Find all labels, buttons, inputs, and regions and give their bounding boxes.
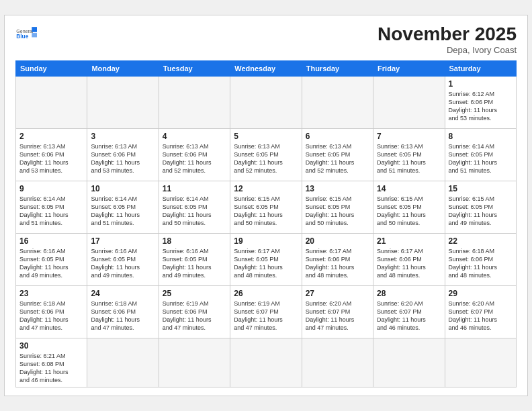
day-info: Sunrise: 6:20 AM Sunset: 6:07 PM Dayligh… bbox=[377, 300, 441, 332]
table-row: 26Sunrise: 6:19 AM Sunset: 6:07 PM Dayli… bbox=[230, 285, 302, 338]
day-info: Sunrise: 6:21 AM Sunset: 6:08 PM Dayligh… bbox=[19, 352, 83, 385]
table-row: 14Sunrise: 6:15 AM Sunset: 6:05 PM Dayli… bbox=[373, 181, 445, 233]
calendar-header: General Blue November 2025 Depa, Ivory C… bbox=[15, 24, 517, 55]
table-row bbox=[302, 76, 373, 128]
table-row bbox=[373, 76, 445, 128]
day-number: 4 bbox=[163, 132, 226, 141]
header-sunday: Sunday bbox=[16, 60, 87, 76]
svg-text:Blue: Blue bbox=[16, 33, 28, 40]
day-number: 21 bbox=[377, 236, 441, 246]
day-number: 6 bbox=[306, 132, 369, 141]
day-number: 14 bbox=[377, 184, 441, 193]
day-info: Sunrise: 6:17 AM Sunset: 6:06 PM Dayligh… bbox=[377, 247, 441, 280]
day-number: 3 bbox=[91, 132, 154, 141]
day-number: 22 bbox=[449, 236, 513, 246]
day-number: 12 bbox=[234, 184, 298, 193]
month-title: November 2025 bbox=[378, 24, 517, 45]
table-row: 2Sunrise: 6:13 AM Sunset: 6:06 PM Daylig… bbox=[16, 128, 87, 181]
day-info: Sunrise: 6:16 AM Sunset: 6:05 PM Dayligh… bbox=[19, 247, 83, 280]
logo: General Blue bbox=[15, 24, 37, 45]
day-number: 16 bbox=[19, 236, 83, 246]
table-row bbox=[445, 338, 516, 387]
day-info: Sunrise: 6:14 AM Sunset: 6:05 PM Dayligh… bbox=[449, 142, 513, 175]
day-info: Sunrise: 6:16 AM Sunset: 6:05 PM Dayligh… bbox=[163, 247, 226, 280]
table-row: 29Sunrise: 6:20 AM Sunset: 6:07 PM Dayli… bbox=[445, 285, 516, 338]
day-info: Sunrise: 6:14 AM Sunset: 6:05 PM Dayligh… bbox=[19, 195, 83, 228]
day-info: Sunrise: 6:19 AM Sunset: 6:07 PM Dayligh… bbox=[234, 300, 298, 332]
table-row: 22Sunrise: 6:18 AM Sunset: 6:06 PM Dayli… bbox=[445, 233, 516, 285]
day-number: 15 bbox=[449, 184, 513, 193]
day-info: Sunrise: 6:18 AM Sunset: 6:06 PM Dayligh… bbox=[19, 300, 83, 332]
day-number: 27 bbox=[306, 289, 369, 298]
day-number: 13 bbox=[306, 184, 369, 193]
table-row: 13Sunrise: 6:15 AM Sunset: 6:05 PM Dayli… bbox=[302, 181, 373, 233]
day-number: 7 bbox=[377, 132, 441, 141]
day-number: 17 bbox=[91, 236, 154, 246]
day-number: 29 bbox=[449, 289, 513, 298]
table-row: 11Sunrise: 6:14 AM Sunset: 6:05 PM Dayli… bbox=[159, 181, 230, 233]
day-info: Sunrise: 6:15 AM Sunset: 6:05 PM Dayligh… bbox=[234, 195, 298, 228]
day-number: 2 bbox=[19, 132, 83, 141]
header-thursday: Thursday bbox=[302, 60, 373, 76]
table-row: 27Sunrise: 6:20 AM Sunset: 6:07 PM Dayli… bbox=[302, 285, 373, 338]
location-subtitle: Depa, Ivory Coast bbox=[378, 45, 517, 55]
table-row bbox=[373, 338, 445, 387]
header-saturday: Saturday bbox=[445, 60, 516, 76]
calendar-grid: Sunday Monday Tuesday Wednesday Thursday… bbox=[15, 60, 517, 388]
day-info: Sunrise: 6:17 AM Sunset: 6:05 PM Dayligh… bbox=[234, 247, 298, 280]
day-number: 25 bbox=[163, 289, 226, 298]
table-row: 7Sunrise: 6:13 AM Sunset: 6:05 PM Daylig… bbox=[373, 128, 445, 181]
table-row: 8Sunrise: 6:14 AM Sunset: 6:05 PM Daylig… bbox=[445, 128, 516, 181]
table-row bbox=[230, 76, 302, 128]
day-info: Sunrise: 6:16 AM Sunset: 6:05 PM Dayligh… bbox=[91, 247, 154, 280]
day-info: Sunrise: 6:14 AM Sunset: 6:05 PM Dayligh… bbox=[163, 195, 226, 228]
header-friday: Friday bbox=[373, 60, 445, 76]
day-info: Sunrise: 6:13 AM Sunset: 6:05 PM Dayligh… bbox=[306, 142, 369, 175]
day-number: 28 bbox=[377, 289, 441, 298]
table-row: 5Sunrise: 6:13 AM Sunset: 6:05 PM Daylig… bbox=[230, 128, 302, 181]
day-info: Sunrise: 6:20 AM Sunset: 6:07 PM Dayligh… bbox=[449, 300, 513, 332]
table-row: 20Sunrise: 6:17 AM Sunset: 6:06 PM Dayli… bbox=[302, 233, 373, 285]
day-number: 8 bbox=[449, 132, 513, 141]
day-number: 24 bbox=[91, 289, 154, 298]
day-number: 19 bbox=[234, 236, 298, 246]
table-row: 18Sunrise: 6:16 AM Sunset: 6:05 PM Dayli… bbox=[159, 233, 230, 285]
day-number: 9 bbox=[19, 184, 83, 193]
day-number: 11 bbox=[163, 184, 226, 193]
day-info: Sunrise: 6:15 AM Sunset: 6:05 PM Dayligh… bbox=[306, 195, 369, 228]
table-row: 1Sunrise: 6:12 AM Sunset: 6:06 PM Daylig… bbox=[445, 76, 516, 128]
header-monday: Monday bbox=[87, 60, 159, 76]
day-info: Sunrise: 6:13 AM Sunset: 6:06 PM Dayligh… bbox=[91, 142, 154, 175]
table-row: 9Sunrise: 6:14 AM Sunset: 6:05 PM Daylig… bbox=[16, 181, 87, 233]
table-row: 25Sunrise: 6:19 AM Sunset: 6:06 PM Dayli… bbox=[159, 285, 230, 338]
day-info: Sunrise: 6:18 AM Sunset: 6:06 PM Dayligh… bbox=[449, 247, 513, 280]
header-tuesday: Tuesday bbox=[159, 60, 230, 76]
day-info: Sunrise: 6:12 AM Sunset: 6:06 PM Dayligh… bbox=[449, 90, 513, 123]
day-info: Sunrise: 6:18 AM Sunset: 6:06 PM Dayligh… bbox=[91, 300, 154, 332]
header-wednesday: Wednesday bbox=[230, 60, 302, 76]
svg-marker-3 bbox=[32, 33, 37, 37]
table-row: 17Sunrise: 6:16 AM Sunset: 6:05 PM Dayli… bbox=[87, 233, 159, 285]
table-row: 4Sunrise: 6:13 AM Sunset: 6:06 PM Daylig… bbox=[159, 128, 230, 181]
table-row: 30Sunrise: 6:21 AM Sunset: 6:08 PM Dayli… bbox=[16, 338, 87, 387]
table-row: 6Sunrise: 6:13 AM Sunset: 6:05 PM Daylig… bbox=[302, 128, 373, 181]
table-row: 19Sunrise: 6:17 AM Sunset: 6:05 PM Dayli… bbox=[230, 233, 302, 285]
table-row: 3Sunrise: 6:13 AM Sunset: 6:06 PM Daylig… bbox=[87, 128, 159, 181]
table-row bbox=[159, 76, 230, 128]
day-info: Sunrise: 6:13 AM Sunset: 6:05 PM Dayligh… bbox=[377, 142, 441, 175]
day-number: 10 bbox=[91, 184, 154, 193]
table-row bbox=[87, 76, 159, 128]
title-block: November 2025 Depa, Ivory Coast bbox=[378, 24, 517, 55]
table-row bbox=[302, 338, 373, 387]
table-row: 15Sunrise: 6:15 AM Sunset: 6:05 PM Dayli… bbox=[445, 181, 516, 233]
day-number: 20 bbox=[306, 236, 369, 246]
weekday-header-row: Sunday Monday Tuesday Wednesday Thursday… bbox=[16, 60, 517, 76]
table-row: 21Sunrise: 6:17 AM Sunset: 6:06 PM Dayli… bbox=[373, 233, 445, 285]
table-row: 24Sunrise: 6:18 AM Sunset: 6:06 PM Dayli… bbox=[87, 285, 159, 338]
day-info: Sunrise: 6:14 AM Sunset: 6:05 PM Dayligh… bbox=[91, 195, 154, 228]
table-row bbox=[87, 338, 159, 387]
logo-icon: General Blue bbox=[15, 24, 37, 45]
table-row: 16Sunrise: 6:16 AM Sunset: 6:05 PM Dayli… bbox=[16, 233, 87, 285]
svg-marker-2 bbox=[32, 27, 37, 32]
table-row: 12Sunrise: 6:15 AM Sunset: 6:05 PM Dayli… bbox=[230, 181, 302, 233]
